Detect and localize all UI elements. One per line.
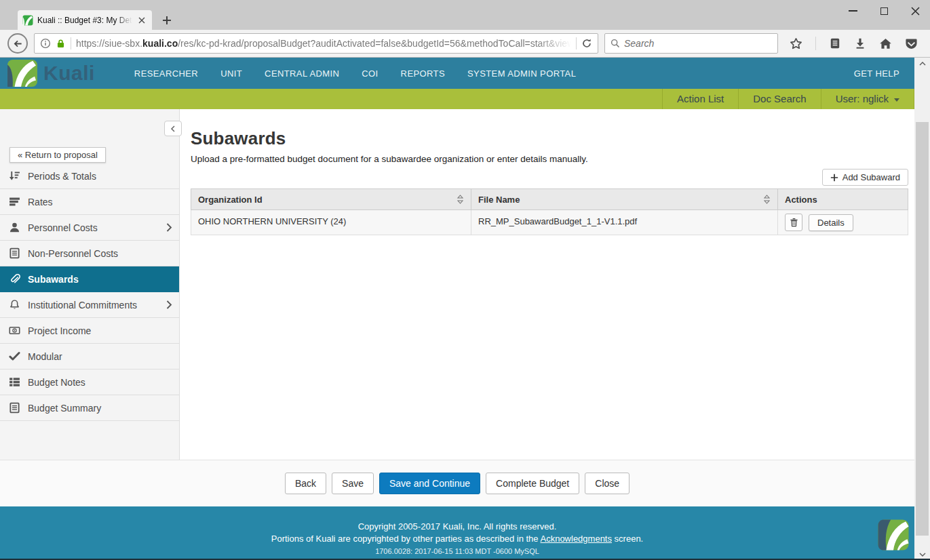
sidebar-item-personnel-costs[interactable]: Personnel Costs (0, 215, 179, 241)
sidebar-item-project-income[interactable]: Project Income (0, 318, 179, 344)
portions-prefix: Portions of Kuali are copyrighted by oth… (271, 534, 541, 544)
address-bar[interactable]: https://siue-sbx.kuali.co/res/kc-pd-krad… (34, 33, 598, 54)
get-help-link[interactable]: GET HELP (854, 68, 899, 79)
delete-subaward-button[interactable] (785, 214, 802, 231)
doc-search-link[interactable]: Doc Search (738, 89, 820, 109)
column-label: Organization Id (198, 195, 263, 205)
money-icon (9, 325, 20, 336)
sidebar-item-periods-totals[interactable]: Periods & Totals (0, 163, 179, 189)
sort-icon[interactable] (763, 194, 771, 205)
save-button[interactable]: Save (332, 473, 374, 494)
page-description: Upload a pre-formatted budget document f… (191, 154, 908, 164)
app-header: Kuali RESEARCHER UNIT CENTRAL ADMIN COI … (0, 58, 914, 89)
details-button[interactable]: Details (809, 214, 853, 231)
nav-coi[interactable]: COI (362, 68, 378, 79)
kuali-footer-logo (878, 519, 909, 551)
close-button[interactable]: Close (585, 473, 629, 494)
document-icon (9, 247, 20, 259)
file-name-cell: RR_MP_SubawardBudget_1_1-V1.1.pdf (471, 210, 778, 235)
paperclip-icon (9, 273, 20, 285)
browser-tab[interactable]: Kuali :: Budget #3: My Detail (18, 10, 152, 30)
bookmarks-list-icon[interactable] (829, 37, 841, 49)
search-icon (611, 39, 620, 48)
nav-unit[interactable]: UNIT (220, 68, 242, 79)
sidebar-item-budget-notes[interactable]: Budget Notes (0, 369, 179, 395)
vertical-scrollbar[interactable] (914, 58, 930, 560)
sidebar-item-label: Rates (28, 197, 53, 207)
save-and-continue-button[interactable]: Save and Continue (379, 473, 480, 494)
subawards-table: Organization Id File Name (191, 188, 908, 235)
chevron-down-icon (894, 98, 899, 102)
pocket-icon[interactable] (905, 37, 918, 50)
page-footer: Copyright 2005-2017 Kuali, Inc. All righ… (0, 506, 914, 560)
scrollbar-thumb[interactable] (916, 122, 929, 536)
return-to-proposal-button[interactable]: « Return to proposal (9, 147, 106, 163)
back-navigation-button[interactable] (7, 33, 28, 54)
sidebar-item-rates[interactable]: Rates (0, 189, 179, 215)
add-subaward-button[interactable]: Add Subaward (822, 169, 908, 186)
nav-system-admin-portal[interactable]: SYSTEM ADMIN PORTAL (467, 68, 576, 79)
scroll-down-icon[interactable] (914, 548, 930, 560)
main-content: Subawards Upload a pre-formatted budget … (180, 109, 914, 460)
user-menu[interactable]: User: nglick (821, 89, 914, 109)
column-header-organization-id[interactable]: Organization Id (191, 189, 471, 210)
search-bar[interactable] (604, 33, 778, 54)
close-window-button[interactable] (910, 5, 921, 16)
downloads-icon[interactable] (854, 37, 866, 49)
scroll-up-icon[interactable] (914, 58, 930, 69)
sidebar-item-label: Subawards (28, 274, 79, 285)
tab-close-icon[interactable] (136, 15, 147, 26)
complete-budget-button[interactable]: Complete Budget (486, 473, 579, 494)
sidebar-item-non-personnel-costs[interactable]: Non-Personnel Costs (0, 241, 179, 266)
column-header-file-name[interactable]: File Name (471, 189, 778, 210)
new-tab-button[interactable] (160, 14, 174, 27)
bookmark-star-icon[interactable] (790, 37, 802, 50)
sidebar-item-label: Modular (28, 351, 62, 362)
copyright-line: Copyright 2005-2017 Kuali, Inc. All righ… (0, 521, 914, 533)
sidebar-item-modular[interactable]: Modular (0, 344, 179, 369)
column-header-actions: Actions (778, 189, 908, 210)
nav-reports[interactable]: REPORTS (401, 68, 445, 79)
add-subaward-label: Add Subaward (842, 172, 900, 182)
search-input[interactable] (624, 38, 772, 49)
home-icon[interactable] (879, 37, 892, 50)
minimize-button[interactable] (847, 5, 858, 16)
sidebar-item-budget-summary[interactable]: Budget Summary (0, 395, 179, 421)
check-icon (9, 351, 20, 362)
sidebar-item-label: Budget Summary (28, 403, 101, 414)
kuali-logo[interactable] (7, 59, 38, 87)
sidebar-item-label: Institutional Commitments (28, 300, 137, 311)
person-icon (9, 222, 20, 233)
sidebar-collapse-button[interactable] (164, 121, 182, 136)
bars-icon (9, 196, 20, 207)
action-list-link[interactable]: Action List (662, 89, 738, 109)
table-row: OHIO NORTHERN UNIVERSITY (24) RR_MP_Suba… (191, 210, 908, 235)
acknowledgments-link[interactable]: Acknowledgments (540, 534, 612, 544)
url-text[interactable]: https://siue-sbx.kuali.co/res/kc-pd-krad… (76, 38, 571, 49)
sort-icon[interactable] (457, 194, 464, 205)
url-domain: kuali.co (142, 38, 178, 49)
actions-cell: Details (778, 210, 908, 235)
sidebar-item-institutional-commitments[interactable]: Institutional Commitments (0, 292, 179, 318)
sidebar-item-label: Personnel Costs (28, 222, 98, 233)
trash-icon (790, 218, 798, 227)
nav-researcher[interactable]: RESEARCHER (134, 68, 198, 79)
back-button[interactable]: Back (285, 473, 326, 494)
sidebar-item-subawards[interactable]: Subawards (0, 266, 179, 292)
budget-sidebar: « Return to proposal Periods & Totals Ra… (0, 109, 180, 460)
toolbar-divider (815, 37, 816, 50)
chevron-right-icon (166, 223, 172, 232)
https-lock-icon[interactable] (56, 38, 66, 49)
reload-icon[interactable] (581, 38, 592, 49)
maximize-button[interactable] (878, 5, 889, 16)
brand-text[interactable]: Kuali (43, 62, 95, 85)
doc-search-label: Doc Search (753, 89, 806, 109)
url-divider (71, 37, 71, 49)
document-icon (9, 402, 20, 414)
add-subaward-row: Add Subaward (191, 169, 908, 186)
sidebar-item-label: Project Income (28, 325, 91, 336)
action-list-label: Action List (677, 89, 724, 109)
nav-central-admin[interactable]: CENTRAL ADMIN (265, 68, 339, 79)
sidebar-item-label: Budget Notes (28, 377, 85, 388)
site-info-icon[interactable] (40, 38, 51, 49)
